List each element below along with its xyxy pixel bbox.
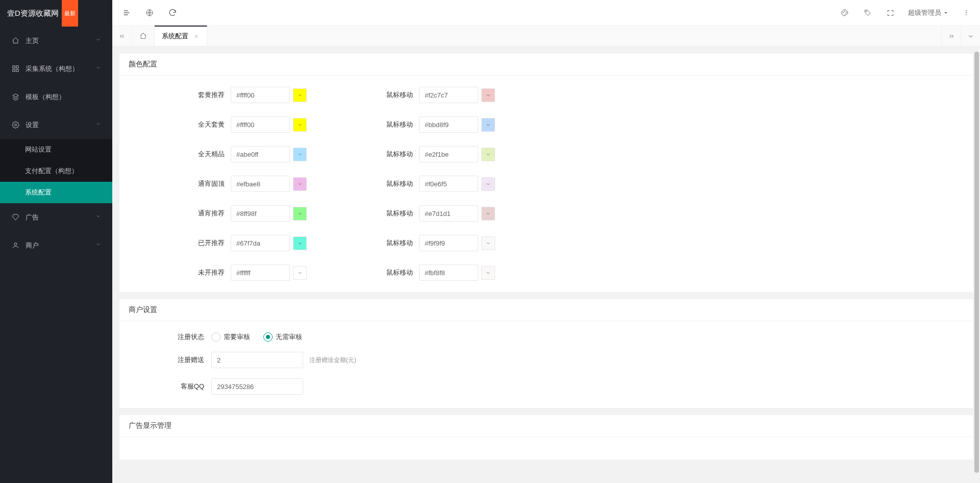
form-label: 客服QQ — [155, 382, 211, 391]
color-hex-input[interactable] — [231, 176, 290, 192]
vertical-scrollbar[interactable] — [974, 52, 979, 473]
refresh-button[interactable] — [161, 0, 184, 26]
sidebar-item[interactable]: 采集系统（构想） — [0, 55, 112, 83]
color-swatch-button[interactable] — [293, 118, 307, 132]
gear-icon — [11, 121, 19, 129]
card-title: 广告显示管理 — [119, 415, 973, 437]
toggle-sidebar-button[interactable] — [115, 0, 138, 26]
color-field-hover: 鼠标移动 — [383, 146, 495, 162]
color-hex-input[interactable] — [231, 264, 290, 281]
color-swatch-button[interactable] — [481, 148, 495, 161]
color-swatch-button[interactable] — [481, 236, 495, 250]
sidebar-item[interactable]: 网站设置 — [0, 139, 112, 160]
sidebar-item-label: 采集系统（构想） — [26, 55, 79, 83]
sidebar-item-label: 系统配置 — [25, 182, 52, 203]
language-button[interactable] — [138, 0, 161, 26]
hover-label: 鼠标移动 — [383, 238, 419, 248]
color-row: 未开推荐鼠标移动 — [129, 264, 964, 281]
color-field-main: 全天套黄 — [129, 116, 307, 133]
color-swatch-button[interactable] — [481, 207, 495, 221]
color-hover-input[interactable] — [419, 235, 478, 251]
service-qq-input[interactable] — [211, 378, 303, 395]
svg-point-4 — [14, 124, 16, 126]
color-field-main: 未开推荐 — [129, 264, 307, 281]
brand-logo[interactable]: 壹D资源收藏网 最新 — [0, 0, 112, 27]
color-hover-input[interactable] — [419, 176, 478, 192]
color-swatch-button[interactable] — [293, 266, 307, 280]
color-label: 已开推荐 — [129, 238, 231, 248]
palette-icon — [841, 9, 849, 17]
color-swatch-button[interactable] — [293, 236, 307, 250]
theme-button[interactable] — [833, 0, 856, 26]
sidebar-item[interactable]: 商户 — [0, 231, 112, 259]
form-label: 注册赠送 — [155, 355, 211, 365]
color-hex-input[interactable] — [231, 146, 290, 162]
hover-label: 鼠标移动 — [383, 150, 419, 159]
gift-amount-input[interactable] — [211, 352, 303, 368]
more-button[interactable] — [954, 0, 977, 26]
close-icon — [194, 34, 199, 39]
radio-need-review[interactable]: 需要审核 — [211, 332, 250, 342]
color-hover-input[interactable] — [419, 146, 478, 162]
sidebar-item[interactable]: 支付配置（构想） — [0, 160, 112, 182]
color-swatch-button[interactable] — [481, 118, 495, 132]
content-area: 颜色配置 套黄推荐鼠标移动全天套黄鼠标移动全天精品鼠标移动通宵固顶鼠标移动通宵推… — [112, 46, 980, 483]
color-label: 全天套黄 — [129, 120, 231, 129]
more-vertical-icon — [963, 9, 970, 16]
color-hex-input[interactable] — [231, 116, 290, 133]
gift-hint: 注册赠送金额(元) — [309, 356, 356, 365]
chevrons-left-icon — [118, 33, 126, 40]
user-icon — [11, 242, 19, 249]
color-hover-input[interactable] — [419, 205, 478, 222]
radio-no-review[interactable]: 无需审核 — [263, 332, 302, 342]
tabs-menu-button[interactable] — [961, 26, 980, 46]
tabs-prev-button[interactable] — [112, 26, 132, 46]
chevron-down-icon — [95, 27, 101, 55]
color-label: 通宵固顶 — [129, 179, 231, 188]
color-label: 全天精品 — [129, 150, 231, 159]
color-hex-input[interactable] — [231, 205, 290, 222]
tab-home[interactable] — [132, 26, 155, 46]
user-menu[interactable]: 超级管理员 — [902, 0, 954, 26]
color-swatch-button[interactable] — [293, 88, 307, 102]
color-swatch-button[interactable] — [481, 266, 495, 280]
svg-point-13 — [966, 14, 967, 15]
color-swatch-button[interactable] — [481, 88, 495, 102]
note-button[interactable] — [856, 0, 879, 26]
color-field-main: 通宵固顶 — [129, 176, 307, 192]
color-swatch-button[interactable] — [481, 177, 495, 191]
radio-icon — [211, 332, 220, 342]
color-hex-input[interactable] — [231, 235, 290, 251]
color-hover-input[interactable] — [419, 264, 478, 281]
radio-label: 无需审核 — [276, 332, 302, 342]
sidebar-item[interactable]: 模板（构想） — [0, 83, 112, 111]
sidebar-item-label: 设置 — [26, 111, 39, 139]
color-row: 通宵固顶鼠标移动 — [129, 176, 964, 192]
tabs-next-button[interactable] — [941, 26, 961, 46]
sidebar-item[interactable]: 广告 — [0, 203, 112, 231]
color-row: 已开推荐鼠标移动 — [129, 235, 964, 251]
page-tabs: 系统配置 — [112, 26, 980, 46]
menu-icon — [122, 9, 131, 17]
sidebar-item[interactable]: 系统配置 — [0, 182, 112, 203]
color-label: 未开推荐 — [129, 268, 231, 277]
color-hover-input[interactable] — [419, 87, 478, 103]
color-field-main: 通宵推荐 — [129, 205, 307, 222]
tab-label: 系统配置 — [162, 32, 188, 41]
sidebar-item[interactable]: 主页 — [0, 27, 112, 55]
svg-point-12 — [966, 12, 967, 13]
fullscreen-button[interactable] — [879, 0, 902, 26]
tab-system-config[interactable]: 系统配置 — [155, 26, 207, 46]
sidebar-item[interactable]: 设置 — [0, 111, 112, 139]
chevron-down-icon — [95, 203, 101, 231]
color-hover-input[interactable] — [419, 116, 478, 133]
color-hex-input[interactable] — [231, 87, 290, 103]
color-swatch-button[interactable] — [293, 148, 307, 161]
tab-close-button[interactable] — [192, 33, 200, 40]
scrollbar-thumb[interactable] — [974, 52, 979, 473]
chevron-down-icon — [95, 231, 101, 259]
color-field-hover: 鼠标移动 — [383, 176, 495, 192]
color-rows: 套黄推荐鼠标移动全天套黄鼠标移动全天精品鼠标移动通宵固顶鼠标移动通宵推荐鼠标移动… — [129, 87, 964, 281]
color-swatch-button[interactable] — [293, 207, 307, 221]
color-swatch-button[interactable] — [293, 177, 307, 191]
